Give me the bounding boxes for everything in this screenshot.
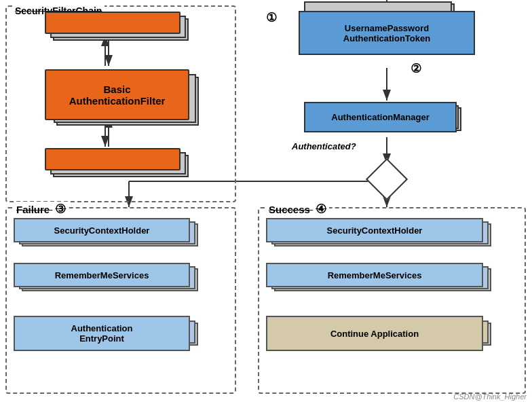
failure-security-context-holder: SecurityContextHolder (14, 218, 190, 242)
failure-step: ③ (55, 202, 66, 216)
failure-remember-me-services: RememberMeServices (14, 263, 190, 287)
top-filter-front (45, 12, 180, 34)
token-box: UsernamePasswordAuthenticationToken (299, 11, 475, 55)
failure-authentication-entry-point: AuthenticationEntryPoint (14, 316, 190, 351)
success-remember-me-services: RememberMeServices (266, 263, 483, 287)
step2-label: ② (411, 61, 421, 76)
failure-section: Failure ③ SecurityContextHolder Remember… (5, 207, 236, 394)
diagram-container: SecurityFilterChain BasicAuthenticationF… (0, 0, 532, 402)
security-filter-chain-section: SecurityFilterChain BasicAuthenticationF… (5, 5, 236, 202)
continue-application-label: Continue Application (330, 329, 419, 339)
success-step: ④ (316, 202, 326, 216)
success-label: Success ④ (266, 202, 329, 217)
basic-auth-filter-box: BasicAuthenticationFilter (45, 69, 189, 120)
step1-label: ① (266, 10, 277, 25)
authenticated-label: Authenticated? (292, 141, 356, 151)
continue-application-box[interactable]: Continue Application (266, 316, 483, 351)
watermark: CSDN@Think_Higher (453, 392, 527, 401)
success-security-context-holder: SecurityContextHolder (266, 218, 483, 242)
manager-label: AuthenticationManager (331, 112, 429, 122)
basic-auth-label: BasicAuthenticationFilter (69, 84, 166, 107)
manager-box: AuthenticationManager (304, 102, 457, 132)
diamond-decision (366, 158, 408, 200)
token-label: UsernamePasswordAuthenticationToken (343, 23, 430, 43)
failure-label: Failure ③ (14, 202, 69, 217)
success-section: Success ④ SecurityContextHolder Remember… (258, 207, 526, 394)
bottom-filter-front (45, 148, 180, 170)
